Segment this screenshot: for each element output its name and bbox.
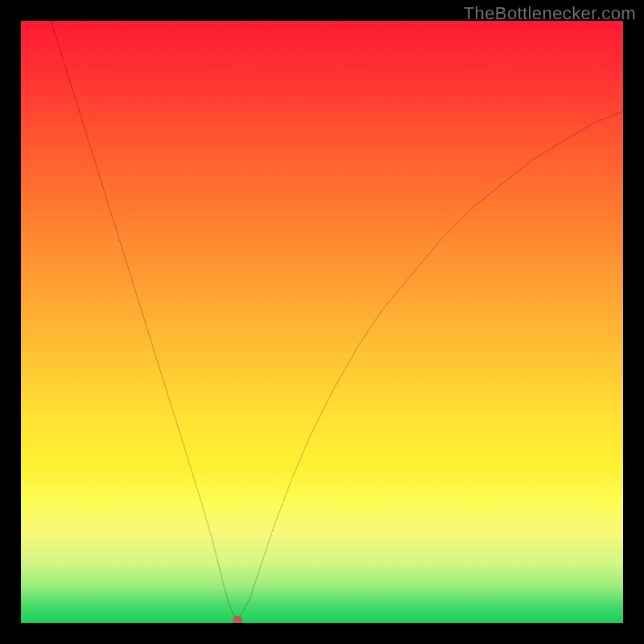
bottleneck-curve bbox=[51, 21, 623, 620]
curve-overlay bbox=[21, 21, 623, 623]
optimal-point-marker bbox=[233, 616, 242, 623]
chart-frame: TheBottlenecker.com bbox=[0, 0, 644, 644]
plot-area bbox=[21, 21, 623, 623]
watermark-text: TheBottlenecker.com bbox=[464, 3, 636, 24]
